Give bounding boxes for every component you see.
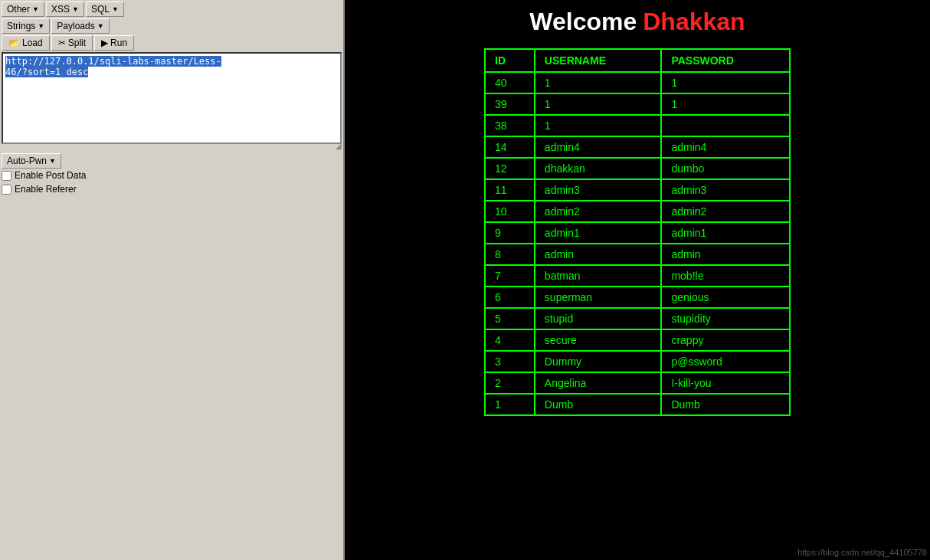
split-button[interactable]: ✂ Split xyxy=(51,35,93,51)
autopwn-button[interactable]: Auto-Pwn ▼ xyxy=(2,153,61,169)
cell-password: Dumb xyxy=(661,394,790,415)
cell-username: Dumb xyxy=(535,394,662,415)
cell-username: 1 xyxy=(535,93,662,115)
xss-button[interactable]: XSS ▼ xyxy=(46,2,84,17)
cell-username: admin2 xyxy=(535,201,662,222)
table-row: 381 xyxy=(485,115,790,136)
watermark: https://blog.csdn.net/qq_44105778 xyxy=(797,548,927,557)
cell-id: 7 xyxy=(485,265,535,287)
cell-password xyxy=(661,115,790,136)
enable-post-row: Enable Post Data xyxy=(2,170,342,181)
cell-id: 40 xyxy=(485,72,535,93)
cell-password: mob!le xyxy=(661,265,790,287)
split-icon: ✂ xyxy=(58,38,66,48)
cell-username: Angelina xyxy=(535,372,662,394)
url-selected-text: http://127.0.0.1/sqli-labs-master/Less-4… xyxy=(5,56,221,77)
col-username-header: USERNAME xyxy=(535,49,662,72)
cell-id: 5 xyxy=(485,308,535,329)
table-header-row: ID USERNAME PASSWORD xyxy=(485,49,790,72)
sql-arrow-icon: ▼ xyxy=(112,5,119,13)
brand-text: Dhakkan xyxy=(643,8,745,36)
other-arrow-icon: ▼ xyxy=(32,5,39,13)
cell-password: admin3 xyxy=(661,179,790,201)
cell-id: 8 xyxy=(485,244,535,265)
enable-referer-row: Enable Referer xyxy=(2,184,342,195)
xss-label: XSS xyxy=(51,4,70,15)
payloads-button[interactable]: Payloads ▼ xyxy=(51,18,109,34)
strings-label: Strings xyxy=(7,21,35,31)
table-row: 4securecrappy xyxy=(485,329,790,351)
cell-id: 6 xyxy=(485,287,535,308)
cell-id: 4 xyxy=(485,329,535,351)
run-button[interactable]: ▶ Run xyxy=(94,35,134,51)
toolbar-row-1: Other ▼ XSS ▼ SQL ▼ xyxy=(2,2,342,17)
cell-username: Dummy xyxy=(535,351,662,372)
cell-password: 1 xyxy=(661,93,790,115)
cell-password: stupidity xyxy=(661,308,790,329)
table-row: 5stupidstupidity xyxy=(485,308,790,329)
cell-password: admin2 xyxy=(661,201,790,222)
table-row: 3Dummyp@ssword xyxy=(485,351,790,372)
table-row: 1DumbDumb xyxy=(485,394,790,415)
cell-username: admin3 xyxy=(535,179,662,201)
cell-password: I-kill-you xyxy=(661,372,790,394)
other-button[interactable]: Other ▼ xyxy=(2,2,44,17)
table-row: 11admin3admin3 xyxy=(485,179,790,201)
sql-label: SQL xyxy=(91,4,110,15)
cell-id: 38 xyxy=(485,115,535,136)
cell-id: 2 xyxy=(485,372,535,394)
payloads-arrow-icon: ▼ xyxy=(97,22,104,30)
strings-button[interactable]: Strings ▼ xyxy=(2,18,50,34)
resize-dots-icon: ◢ xyxy=(336,144,342,149)
autopwn-label: Auto-Pwn xyxy=(7,156,47,166)
run-icon: ▶ xyxy=(101,38,108,48)
autopwn-row: Auto-Pwn ▼ xyxy=(2,153,342,169)
toolbar-row-2: Strings ▼ Payloads ▼ xyxy=(2,18,342,34)
right-panel: Welcome Dhakkan ID USERNAME PASSWORD 401… xyxy=(345,0,930,560)
run-label: Run xyxy=(110,38,127,48)
left-panel: Other ▼ XSS ▼ SQL ▼ Strings ▼ Payloads ▼… xyxy=(0,0,345,560)
cell-password: genious xyxy=(661,287,790,308)
cell-id: 14 xyxy=(485,136,535,158)
sql-button[interactable]: SQL ▼ xyxy=(86,2,124,17)
url-textarea-wrapper[interactable]: http://127.0.0.1/sqli-labs-master/Less-4… xyxy=(2,52,342,144)
cell-username: dhakkan xyxy=(535,158,662,179)
table-row: 8adminadmin xyxy=(485,244,790,265)
cell-username: admin xyxy=(535,244,662,265)
table-row: 6supermangenious xyxy=(485,287,790,308)
welcome-header: Welcome Dhakkan xyxy=(529,8,745,36)
cell-password: crappy xyxy=(661,329,790,351)
cell-username: secure xyxy=(535,329,662,351)
xss-arrow-icon: ▼ xyxy=(72,5,79,13)
enable-post-checkbox[interactable] xyxy=(2,171,11,181)
cell-username: superman xyxy=(535,287,662,308)
table-row: 10admin2admin2 xyxy=(485,201,790,222)
cell-username: stupid xyxy=(535,308,662,329)
col-password-header: PASSWORD xyxy=(661,49,790,72)
enable-referer-checkbox[interactable] xyxy=(2,185,11,195)
load-icon: 📂 xyxy=(8,38,20,48)
autopwn-arrow-icon: ▼ xyxy=(49,157,56,165)
load-label: Load xyxy=(22,38,43,48)
enable-post-label: Enable Post Data xyxy=(15,170,86,181)
cell-username: admin4 xyxy=(535,136,662,158)
cell-id: 3 xyxy=(485,351,535,372)
cell-username: 1 xyxy=(535,115,662,136)
cell-password: 1 xyxy=(661,72,790,93)
cell-id: 12 xyxy=(485,158,535,179)
load-button[interactable]: 📂 Load xyxy=(2,35,50,51)
cell-id: 39 xyxy=(485,93,535,115)
table-row: 14admin4admin4 xyxy=(485,136,790,158)
resize-handle[interactable]: ◢ xyxy=(2,144,342,149)
table-row: 7batmanmob!le xyxy=(485,265,790,287)
cell-id: 11 xyxy=(485,179,535,201)
col-id-header: ID xyxy=(485,49,535,72)
table-row: 4011 xyxy=(485,72,790,93)
cell-id: 9 xyxy=(485,222,535,244)
table-row: 3911 xyxy=(485,93,790,115)
table-row: 9admin1admin1 xyxy=(485,222,790,244)
cell-password: dumbo xyxy=(661,158,790,179)
cell-username: admin1 xyxy=(535,222,662,244)
welcome-text: Welcome xyxy=(529,8,637,36)
cell-password: p@ssword xyxy=(661,351,790,372)
